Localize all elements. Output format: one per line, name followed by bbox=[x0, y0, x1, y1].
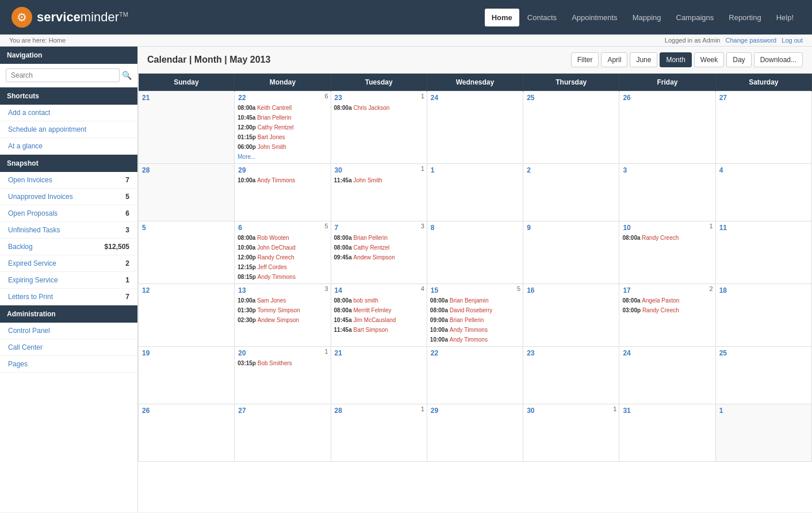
calendar-event[interactable]: 09:00a Brian Pellerin bbox=[428, 316, 522, 325]
day-number-link[interactable]: 18 bbox=[717, 285, 729, 296]
day-number-link[interactable]: 17 bbox=[621, 285, 633, 296]
calendar-event[interactable]: 08:00a Randy Creech bbox=[621, 233, 714, 243]
calendar-event[interactable]: 11:45a Bart Simpson bbox=[332, 326, 426, 335]
day-number-link[interactable]: 30 bbox=[332, 165, 344, 175]
schedule-appointment-link[interactable]: Schedule an appointment bbox=[0, 121, 137, 138]
day-number-link[interactable]: 14 bbox=[332, 285, 344, 296]
calendar-event[interactable]: 10:00a John DeChaud bbox=[236, 243, 329, 252]
nav-home[interactable]: Home bbox=[485, 9, 519, 26]
day-number-link[interactable]: 1 bbox=[717, 405, 726, 416]
june-button[interactable]: June bbox=[630, 52, 657, 67]
day-number-link[interactable]: 7 bbox=[332, 223, 341, 233]
expiring-service-stat[interactable]: Expiring Service 1 bbox=[0, 272, 137, 289]
day-number-link[interactable]: 25 bbox=[717, 348, 729, 358]
day-number-link[interactable]: 27 bbox=[236, 405, 248, 416]
day-number-link[interactable]: 4 bbox=[717, 165, 726, 175]
day-number-link[interactable]: 5 bbox=[140, 223, 148, 233]
unapproved-invoices-stat[interactable]: Unapproved Invoices 5 bbox=[0, 189, 137, 205]
nav-contacts[interactable]: Contacts bbox=[520, 9, 564, 26]
calendar-event[interactable]: 10:00a Andy Timmons bbox=[428, 326, 522, 335]
calendar-event[interactable]: 03:15p Bob Smithers bbox=[236, 359, 329, 368]
nav-appointments[interactable]: Appointments bbox=[565, 9, 625, 26]
calendar-event[interactable]: 11:45a John Smith bbox=[332, 176, 426, 185]
calendar-event[interactable]: 08:00a Rob Wooten bbox=[236, 233, 329, 243]
letters-to-print-stat[interactable]: Letters to Print 7 bbox=[0, 289, 137, 305]
calendar-event[interactable]: 01:15p Bart Jones bbox=[236, 133, 329, 142]
day-number-link[interactable]: 27 bbox=[717, 93, 729, 103]
search-button[interactable]: 🔍 bbox=[122, 71, 132, 80]
calendar-event[interactable]: 08:00a Chris Jackson bbox=[332, 104, 426, 113]
calendar-event[interactable]: 10:45a Jim McCausland bbox=[332, 316, 426, 325]
day-number-link[interactable]: 16 bbox=[524, 285, 537, 296]
day-number-link[interactable]: 19 bbox=[140, 348, 152, 358]
calendar-event[interactable]: 10:45a Brian Pellerin bbox=[236, 113, 329, 122]
day-number-link[interactable]: 21 bbox=[140, 93, 152, 103]
download-button[interactable]: Download... bbox=[754, 52, 803, 67]
calendar-event[interactable]: 03:00p Randy Creech bbox=[621, 306, 714, 315]
calendar-event[interactable]: 01:30p Tommy Simpson bbox=[236, 306, 329, 315]
nav-mapping[interactable]: Mapping bbox=[626, 9, 668, 26]
week-button[interactable]: Week bbox=[694, 52, 724, 67]
day-number-link[interactable]: 30 bbox=[524, 405, 537, 416]
day-number-link[interactable]: 31 bbox=[621, 405, 633, 416]
day-number-link[interactable]: 24 bbox=[428, 93, 441, 103]
calendar-event[interactable]: 08:00a bob smith bbox=[332, 296, 426, 305]
day-number-link[interactable]: 1 bbox=[428, 165, 437, 175]
call-center-link[interactable]: Call Center bbox=[0, 339, 137, 356]
calendar-event[interactable]: 08:00a Angela Paxton bbox=[621, 296, 714, 305]
day-number-link[interactable]: 13 bbox=[236, 285, 248, 296]
logout-link[interactable]: Log out bbox=[782, 37, 803, 44]
nav-campaigns[interactable]: Campaigns bbox=[669, 9, 721, 26]
nav-help[interactable]: Help! bbox=[769, 9, 800, 26]
at-a-glance-link[interactable]: At a glance bbox=[0, 138, 137, 155]
day-number-link[interactable]: 23 bbox=[524, 348, 537, 358]
add-contact-link[interactable]: Add a contact bbox=[0, 105, 137, 121]
day-number-link[interactable]: 15 bbox=[428, 285, 441, 296]
day-number-link[interactable]: 25 bbox=[524, 93, 537, 103]
calendar-event[interactable]: 06:00p John Smith bbox=[236, 143, 329, 152]
calendar-event[interactable]: 08:00a Keith Cantrell bbox=[236, 104, 329, 113]
day-number-link[interactable]: 3 bbox=[621, 165, 629, 175]
change-password-link[interactable]: Change password bbox=[726, 37, 777, 44]
day-number-link[interactable]: 28 bbox=[140, 165, 152, 175]
backlog-stat[interactable]: Backlog $12,505 bbox=[0, 239, 137, 255]
calendar-event[interactable]: 10:00a Sam Jones bbox=[236, 296, 329, 305]
day-number-link[interactable]: 2 bbox=[524, 165, 533, 175]
day-number-link[interactable]: 20 bbox=[236, 348, 248, 358]
nav-reporting[interactable]: Reporting bbox=[722, 9, 768, 26]
event-more-link[interactable]: More... bbox=[238, 154, 255, 160]
calendar-event[interactable]: 12:00p Randy Creech bbox=[236, 253, 329, 262]
day-number-link[interactable]: 29 bbox=[428, 405, 441, 416]
day-number-link[interactable]: 24 bbox=[621, 348, 633, 358]
open-invoices-stat[interactable]: Open Invoices 7 bbox=[0, 172, 137, 189]
day-number-link[interactable]: 10 bbox=[621, 223, 633, 233]
day-number-link[interactable]: 22 bbox=[236, 93, 248, 103]
day-number-link[interactable]: 22 bbox=[428, 348, 441, 358]
april-button[interactable]: April bbox=[601, 52, 627, 67]
filter-button[interactable]: Filter bbox=[571, 52, 599, 67]
expired-service-stat[interactable]: Expired Service 2 bbox=[0, 255, 137, 272]
calendar-event[interactable]: 02:30p Andew Simpson bbox=[236, 316, 329, 325]
day-number-link[interactable]: 21 bbox=[332, 348, 344, 358]
calendar-event[interactable]: 08:00a Brian Pellerin bbox=[332, 233, 426, 243]
calendar-event[interactable]: 08:00a Merritt Felmley bbox=[332, 306, 426, 315]
day-number-link[interactable]: 8 bbox=[428, 223, 437, 233]
search-input[interactable] bbox=[6, 68, 120, 82]
calendar-event[interactable]: 08:00a Cathy Rentzel bbox=[332, 243, 426, 252]
calendar-event[interactable]: 12:15p Jeff Cordes bbox=[236, 263, 329, 272]
control-panel-link[interactable]: Control Panel bbox=[0, 323, 137, 339]
calendar-event[interactable]: 09:45a Andew Simpson bbox=[332, 253, 426, 262]
calendar-event[interactable]: 08:15p Andy Timmons bbox=[236, 273, 329, 282]
open-proposals-stat[interactable]: Open Proposals 6 bbox=[0, 205, 137, 222]
day-number-link[interactable]: 11 bbox=[717, 223, 729, 233]
day-number-link[interactable]: 26 bbox=[140, 405, 152, 416]
unfinished-tasks-stat[interactable]: Unfinished Tasks 3 bbox=[0, 222, 137, 239]
day-number-link[interactable]: 23 bbox=[332, 93, 344, 103]
calendar-event[interactable]: 08:00a David Roseberry bbox=[428, 306, 522, 315]
day-number-link[interactable]: 26 bbox=[621, 93, 633, 103]
calendar-event[interactable]: 12:00p Cathy Rentzel bbox=[236, 123, 329, 132]
day-number-link[interactable]: 12 bbox=[140, 285, 152, 296]
pages-link[interactable]: Pages bbox=[0, 356, 137, 373]
calendar-event[interactable]: 10:00a Andy Timmons bbox=[428, 335, 522, 344]
day-number-link[interactable]: 28 bbox=[332, 405, 344, 416]
